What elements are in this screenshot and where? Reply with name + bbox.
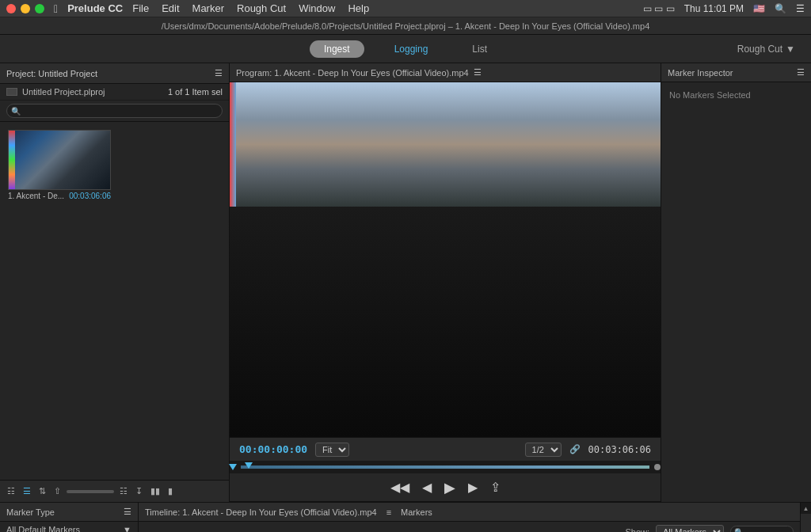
menu-file[interactable]: File: [132, 2, 149, 14]
search-input[interactable]: [6, 104, 223, 118]
show-label: Show:: [625, 527, 649, 533]
timeline-search: 🔍: [730, 526, 794, 532]
menu-roughcut[interactable]: Rough Cut: [237, 2, 286, 14]
system-icons: ▭ ▭ ▭: [643, 3, 675, 14]
fraction-select[interactable]: 1/2: [525, 443, 562, 457]
tab-markers[interactable]: Markers: [401, 507, 432, 517]
thumbnail-label: 1. Akcent - De... 00:03:06:06: [8, 192, 111, 200]
path-text: /Users/dmx/Documents/Adobe/Prelude/8.0/P…: [162, 21, 650, 31]
chevron-down-icon: ▼: [123, 525, 131, 532]
go-start-button[interactable]: ◀◀: [390, 480, 409, 495]
fullscreen-button[interactable]: [35, 4, 44, 13]
timeline-panel: Timeline: 1. Akcent - Deep In Your Eyes …: [139, 503, 800, 532]
thumbnail-card: 1. Akcent - De... 00:03:06:06: [8, 130, 111, 200]
center-panel: Program: 1. Akcent - Deep In Your Eyes (…: [230, 63, 661, 502]
program-menu-icon[interactable]: ☰: [474, 67, 482, 78]
scroll-up-btn[interactable]: ▲: [801, 503, 811, 514]
ingest-button[interactable]: Ingest: [310, 40, 364, 58]
transport-controls: ◀◀ ◀ ▶ ▶ ⇪: [230, 473, 661, 502]
headerbar: Ingest Logging List Rough Cut ▼: [0, 35, 811, 63]
search-bar: 🔍: [0, 101, 229, 122]
close-button[interactable]: [6, 4, 16, 13]
roughcut-label: Rough Cut: [737, 44, 782, 55]
pathbar: /Users/dmx/Documents/Adobe/Prelude/8.0/P…: [0, 17, 811, 35]
bottom-section: Marker Type ☰ All Default Markers ▼ 1 Su…: [0, 502, 811, 532]
export-button[interactable]: ⇪: [490, 480, 501, 495]
logging-button[interactable]: Logging: [380, 40, 443, 58]
scrubber-bar[interactable]: [230, 461, 661, 473]
no-markers-label: No Markers Selected: [669, 90, 751, 100]
titlebar:  Prelude CC File Edit Marker Rough Cut …: [0, 0, 811, 17]
marker-content: No Markers Selected: [661, 82, 811, 108]
menu-bar: File Edit Marker Rough Cut Window Help: [132, 2, 369, 14]
search-wrapper: 🔍: [6, 104, 223, 118]
scrubber-start-marker: [230, 461, 236, 473]
project-header: Project: Untitled Project ☰: [0, 63, 229, 84]
left-panel: Project: Untitled Project ☰ Untitled Pro…: [0, 63, 230, 502]
marker-type-select[interactable]: All Default Markers ▼: [0, 522, 138, 532]
timeline-scrollbar-v[interactable]: ▲ ⓘ: [800, 503, 811, 532]
timeline-header: Timeline: 1. Akcent - Deep In Your Eyes …: [139, 503, 800, 522]
sort-button[interactable]: ⇅: [36, 484, 48, 498]
time-display: Thu 11:01 PM: [684, 3, 744, 14]
marker-type-menu[interactable]: ☰: [124, 507, 131, 517]
marker-type-title: Marker Type: [6, 507, 55, 517]
list-view-button[interactable]: ☰: [21, 484, 33, 498]
split-icon[interactable]: ▮▮: [148, 484, 162, 498]
search-icon: 🔍: [11, 107, 21, 116]
playback-controls-bar: 00:00:00:00 Fit 1/2 🔗 00:03:06:06: [230, 437, 661, 461]
chevron-down-icon: ▼: [786, 44, 795, 55]
program-title: Program: 1. Akcent - Deep In Your Eyes (…: [236, 68, 469, 78]
thumbnail-duration: 00:03:06:06: [69, 192, 111, 200]
project-menu-icon[interactable]: ☰: [215, 68, 223, 78]
current-timecode: 00:00:00:00: [239, 443, 307, 455]
menu-icon[interactable]: ☰: [796, 3, 805, 14]
search-icon[interactable]: 🔍: [775, 3, 786, 14]
menu-edit[interactable]: Edit: [162, 2, 179, 14]
thumbnail-area: 1. Akcent - De... 00:03:06:06: [0, 122, 229, 480]
timeline-controls: Show: All Markers 🔍: [139, 522, 800, 532]
menu-window[interactable]: Window: [299, 2, 335, 14]
traffic-lights[interactable]: [6, 4, 44, 13]
flag-icon: 🇺🇸: [753, 3, 765, 14]
v-scrollbar-track[interactable]: [801, 514, 811, 532]
file-entry: Untitled Project.plproj: [6, 87, 105, 97]
video-frame-bottom: [230, 207, 661, 437]
file-name: Untitled Project.plproj: [22, 87, 105, 97]
thumbnail-image[interactable]: [8, 130, 111, 190]
marker-inspector-title: Marker Inspector: [668, 68, 733, 78]
apple-icon: : [54, 2, 58, 15]
up-button[interactable]: ⇧: [51, 484, 63, 498]
step-back-button[interactable]: ◀: [422, 480, 432, 495]
menu-help[interactable]: Help: [348, 2, 369, 14]
file-icon: [6, 88, 17, 96]
zoom-slider[interactable]: [67, 490, 114, 493]
settings-icon[interactable]: ▮: [166, 484, 175, 498]
export-icon[interactable]: 🔗: [569, 444, 581, 454]
fit-select[interactable]: Fit: [315, 443, 349, 457]
timeline-menu[interactable]: ≡: [386, 507, 391, 517]
scrubber-track[interactable]: [241, 466, 649, 469]
marker-type-panel: Marker Type ☰ All Default Markers ▼ 1 Su…: [0, 503, 139, 532]
expand-icon[interactable]: ↧: [133, 484, 145, 498]
titlebar-right: ▭ ▭ ▭ Thu 11:01 PM 🇺🇸 🔍 ☰: [643, 3, 805, 14]
timeline-title: Timeline: 1. Akcent - Deep In Your Eyes …: [145, 507, 377, 517]
scrubber-head: [245, 462, 253, 469]
marker-inspector-header: Marker Inspector ☰: [661, 63, 811, 82]
timeline-search-icon: 🔍: [734, 527, 744, 532]
grid-view-button[interactable]: ☷: [5, 484, 17, 498]
thumbnail-name: 1. Akcent - De...: [8, 192, 64, 200]
marker-inspector-menu[interactable]: ☰: [797, 67, 805, 78]
play-button[interactable]: ▶: [444, 479, 455, 496]
step-forward-button[interactable]: ▶: [468, 480, 478, 495]
list-button[interactable]: List: [458, 40, 501, 58]
minimize-button[interactable]: [21, 4, 30, 13]
show-select[interactable]: All Markers: [656, 525, 724, 533]
menu-marker[interactable]: Marker: [192, 2, 224, 14]
video-area[interactable]: [230, 82, 661, 437]
app-name: Prelude CC: [67, 2, 123, 14]
program-header: Program: 1. Akcent - Deep In Your Eyes (…: [230, 63, 661, 82]
end-timecode: 00:03:06:06: [588, 444, 651, 455]
stacked-icon[interactable]: ☷: [117, 484, 130, 498]
roughcut-button[interactable]: Rough Cut ▼: [737, 44, 795, 55]
